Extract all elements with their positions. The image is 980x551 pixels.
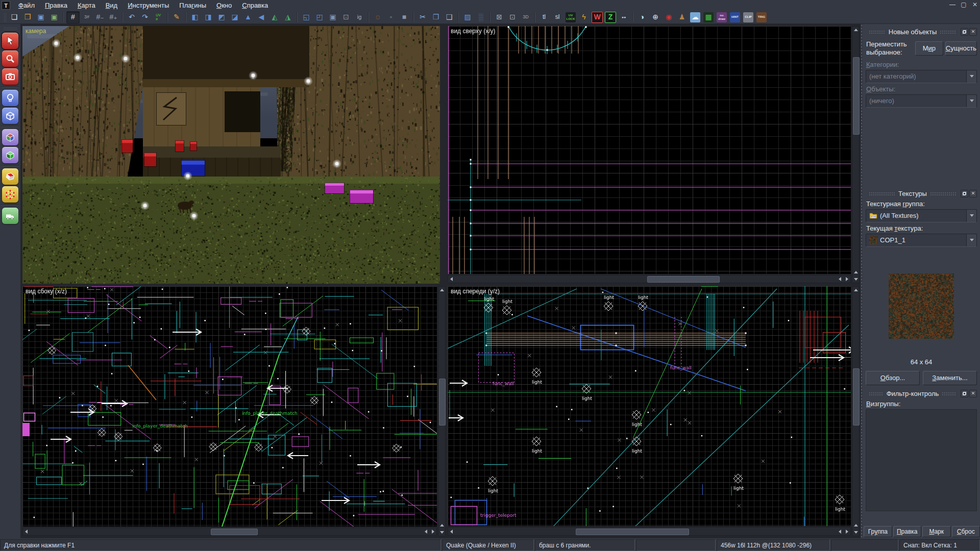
camera-tool[interactable] [2,68,18,85]
light-entity-tool[interactable] [2,90,18,106]
menu-2[interactable]: Карта [72,1,101,10]
save-map-button[interactable]: ▣ [35,12,47,23]
select-touching-button[interactable]: ◌ [372,12,384,23]
scroll-thumb[interactable] [853,368,860,425]
menu-5[interactable]: Плагины [174,1,211,10]
flip-x-button[interactable]: ◧ [189,12,201,23]
wireframe-w-button[interactable]: W [591,12,603,23]
entity-button[interactable]: Сущность [945,41,977,56]
scroll-thumb[interactable] [439,379,446,425]
new-map-button[interactable]: ❏ [8,12,20,23]
sphere-axis-button[interactable]: ⊕ [649,12,662,23]
flash-light-button[interactable]: ϟ [578,12,590,23]
replace-texture-button[interactable]: Заменить... [923,371,977,385]
sphere-view-button[interactable]: ◑ [636,12,648,23]
ig-button[interactable]: ig [353,12,365,23]
open-map-button[interactable]: ❒ [21,12,34,23]
objects-dropdown[interactable]: (ничего) [866,94,977,108]
camera-viewport[interactable]: камера [22,26,440,284]
menu-0[interactable]: Файл [13,1,40,10]
side-view-vscrollbar[interactable] [438,286,446,536]
left-toolbar-grip[interactable] [4,27,17,30]
zoom-tool[interactable] [2,51,18,67]
make-room-button[interactable]: ⊡ [340,12,352,23]
panel-tab-2[interactable]: Марк [922,526,951,537]
sky-texture-button[interactable]: ☁ [689,12,701,23]
gamepad-button[interactable]: ●● [618,12,630,23]
light-radius-button[interactable]: ◉ [663,12,675,23]
top-view-xy-viewport[interactable]: вид сверху (x/y) [448,26,851,274]
rotate-x-button[interactable]: ▲ [242,12,254,23]
panel-tab-1[interactable]: Правка [893,526,922,537]
top-view-canvas[interactable] [448,26,851,274]
maximize-button[interactable]: ▢ [960,1,967,8]
front-view-vscrollbar[interactable] [852,286,860,536]
close-section-button[interactable]: ✕ [969,390,977,397]
select-cursor-button[interactable]: ⊡ [506,12,519,23]
mirror-y-button[interactable]: ◪ [229,12,241,23]
select-complete-button[interactable]: ⊠ [493,12,505,23]
select-tool[interactable] [2,33,18,49]
textured-view-tool[interactable] [2,129,18,145]
visgroups-list[interactable] [866,409,977,511]
paste-button[interactable]: ❑ [443,12,455,23]
csg-merge-button[interactable]: ◰ [313,12,326,23]
grid-larger-button[interactable]: #₊ [107,12,119,23]
toolbar-grip[interactable] [4,13,6,22]
scroll-thumb[interactable] [211,529,258,535]
rotate-y-button[interactable]: ◀ [255,12,267,23]
player-model-button[interactable]: ♟ [676,12,688,23]
panel-tab-3[interactable]: Сброс [952,526,980,537]
csg-subtract-button[interactable]: ◱ [300,12,312,23]
close-button[interactable]: ✕ [971,1,978,8]
patch-drag-button[interactable]: ▨ [461,12,474,23]
wireframe-view-tool[interactable] [2,108,18,124]
scroll-thumb[interactable] [576,529,689,535]
texture-paint-button[interactable]: ✎ [170,12,183,23]
side-view-hscrollbar[interactable] [22,528,437,536]
uv-grid-button[interactable]: UV # [152,12,164,23]
uv-lock-button[interactable]: UV LOCK [565,12,577,23]
select-3d-button[interactable]: 3D [520,12,532,23]
redo-button[interactable]: ↷ [139,12,151,23]
cut-button[interactable]: ✂ [416,12,429,23]
top-view-hscrollbar[interactable] [448,275,851,283]
categories-dropdown[interactable]: (нет категорий) [866,70,977,83]
csg-hollow-button[interactable]: ▣ [327,12,339,23]
copy-button[interactable]: ❐ [430,12,442,23]
face-select-tool[interactable] [2,168,18,185]
mirror-x-button[interactable]: ◨ [202,12,214,23]
detach-section-button[interactable] [961,28,968,36]
menu-4[interactable]: Инструменты [122,1,174,10]
patch-outline-button[interactable]: ░ [475,12,487,23]
grid-toggle-button[interactable]: # [66,11,80,23]
grid-3d-button[interactable]: 3# [81,12,93,23]
texture-window-button[interactable]: ▦ [702,12,715,23]
scroll-thumb[interactable] [647,276,720,283]
model-tool[interactable] [2,208,18,224]
grid-smaller-button[interactable]: #₋ [94,12,106,23]
scroll-thumb[interactable] [853,57,860,135]
menu-6[interactable]: Окно [211,1,237,10]
nodraw-texture-button[interactable]: no draw [716,12,728,23]
browse-texture-button[interactable]: Обзор... [866,371,920,385]
current-texture-dropdown[interactable]: COP1_1 [866,234,977,247]
panel-tab-0[interactable]: Группа [864,526,892,537]
undo-button[interactable]: ↶ [126,12,138,23]
side-view-xz-viewport[interactable]: вид сбоку (x/z) [22,286,437,527]
camera-3d-canvas[interactable] [22,26,440,284]
hint-texture-button[interactable]: HINT [729,12,741,23]
side-view-canvas[interactable] [22,286,437,527]
texture-lock-button[interactable]: tl [538,12,550,23]
flip-y-button[interactable]: ◩ [215,12,228,23]
free-rotate-button[interactable]: ◮ [282,12,294,23]
rotate-z-button[interactable]: ◭ [268,12,281,23]
close-section-button[interactable]: ✕ [969,28,977,36]
minimize-button[interactable]: — [949,1,956,8]
trig-texture-button[interactable]: TRIG [755,12,768,23]
menu-3[interactable]: Вид [101,1,123,10]
front-view-yz-viewport[interactable]: вид спереди (y/z) [448,286,851,526]
clip-texture-button[interactable]: CLIP [742,12,754,23]
top-view-vscrollbar[interactable] [852,26,860,283]
detach-section-button[interactable] [961,190,968,197]
